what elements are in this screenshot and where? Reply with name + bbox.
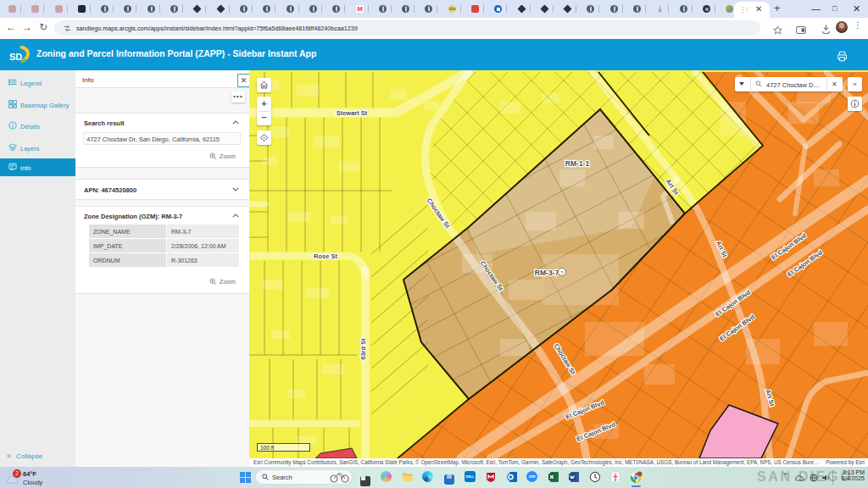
svg-text:RM-1-1: RM-1-1 [565,159,590,168]
svg-text:Stewart St: Stewart St [337,109,368,117]
svg-text:Rose St: Rose St [314,252,337,260]
svg-text:RM-3-7: RM-3-7 [535,269,559,277]
svg-text:63rd St: 63rd St [359,338,367,360]
